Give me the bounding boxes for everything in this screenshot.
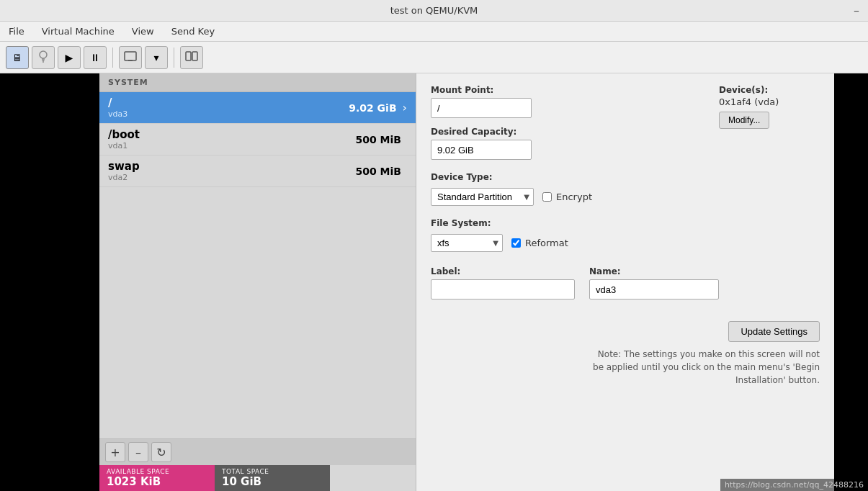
refresh-partition-button[interactable]: ↻: [151, 442, 171, 462]
partition-device-root: vda3: [108, 109, 349, 119]
partition-device-swap: vda2: [108, 173, 356, 182]
minimize-button[interactable]: –: [854, 4, 859, 17]
encrypt-checkbox[interactable]: [542, 192, 552, 202]
file-system-select[interactable]: xfs ext4 ext3 ext2 btrfs swap: [431, 234, 503, 252]
lightbulb-button[interactable]: [32, 46, 55, 69]
space-info: AVAILABLE SPACE 1023 KiB TOTAL SPACE 10 …: [99, 465, 416, 491]
reformat-label[interactable]: Reformat: [525, 238, 568, 248]
desired-capacity-input[interactable]: [431, 140, 532, 160]
partition-item-swap[interactable]: swap vda2 500 MiB: [99, 156, 416, 187]
monitor-button[interactable]: 🖥: [6, 46, 29, 69]
label-input[interactable]: [431, 279, 575, 299]
left-panel: [0, 73, 99, 491]
file-system-label: File System:: [431, 218, 491, 228]
pause-icon: ⏸: [90, 52, 100, 63]
send-button[interactable]: [180, 46, 203, 69]
partition-item-root[interactable]: / vda3 9.02 GiB ›: [99, 92, 416, 124]
send-icon: [185, 51, 198, 63]
partition-device-boot: vda1: [108, 141, 356, 150]
modify-button[interactable]: Modify...: [719, 112, 769, 129]
partition-arrow-root: ›: [403, 101, 407, 114]
partition-item-boot[interactable]: /boot vda1 500 MiB: [99, 124, 416, 156]
system-header: SYSTEM: [99, 73, 416, 92]
partition-toolbar: + – ↻: [99, 438, 416, 465]
svg-rect-1: [125, 52, 136, 60]
title-bar: test on QEMU/KVM –: [0, 0, 868, 22]
total-space-label: TOTAL SPACE: [222, 468, 323, 475]
bottom-url: https://blog.csdn.net/qq_42488216: [720, 479, 868, 491]
screen-button[interactable]: [119, 46, 142, 69]
pause-button[interactable]: ⏸: [84, 46, 107, 69]
toolbar-separator-1: [112, 48, 113, 68]
menu-send-key[interactable]: Send Key: [169, 24, 218, 38]
name-input[interactable]: [589, 279, 719, 299]
mount-point-input[interactable]: [431, 98, 532, 118]
available-space: AVAILABLE SPACE 1023 KiB: [99, 465, 215, 491]
window-title: test on QEMU/KVM: [390, 5, 478, 16]
device-type-label: Device Type:: [431, 172, 493, 182]
remove-partition-button[interactable]: –: [128, 442, 148, 462]
svg-rect-3: [186, 52, 191, 60]
toolbar: 🖥 ▶ ⏸ ▾: [0, 42, 868, 73]
monitor-icon: 🖥: [12, 52, 22, 63]
play-icon: ▶: [66, 52, 73, 63]
update-settings-button[interactable]: Update Settings: [728, 321, 820, 342]
partition-panel: SYSTEM / vda3 9.02 GiB › /boot vda1 500 …: [99, 73, 416, 491]
device-label: Device(s):: [719, 85, 820, 95]
available-space-label: AVAILABLE SPACE: [107, 468, 207, 475]
partition-mount-swap: swap: [108, 160, 356, 173]
device-type-row: Standard Partition LVM BTRFS ▼ Encrypt: [431, 188, 820, 206]
menu-file[interactable]: File: [6, 24, 27, 38]
total-space: TOTAL SPACE 10 GiB: [215, 465, 330, 491]
note-text: Note: The settings you make on this scre…: [431, 348, 820, 387]
reformat-checkbox[interactable]: [511, 238, 521, 248]
device-type-select[interactable]: Standard Partition LVM BTRFS: [431, 188, 534, 206]
add-partition-button[interactable]: +: [105, 442, 125, 462]
partition-size-boot: 500 MiB: [356, 134, 402, 145]
encrypt-label[interactable]: Encrypt: [556, 192, 592, 202]
total-space-value: 10 GiB: [222, 475, 323, 488]
label-name-row: Label: Name:: [431, 266, 820, 299]
svg-point-0: [40, 51, 47, 58]
lightbulb-icon: [38, 50, 48, 65]
play-button[interactable]: ▶: [58, 46, 81, 69]
available-space-value: 1023 KiB: [107, 475, 207, 488]
partition-size-root: 9.02 GiB: [349, 102, 396, 114]
desired-capacity-label: Desired Capacity:: [431, 127, 704, 137]
toolbar-separator-2: [174, 48, 174, 68]
settings-panel: Mount Point: Desired Capacity: Device(s)…: [416, 73, 834, 491]
partition-size-swap: 500 MiB: [356, 166, 402, 177]
name-field-label: Name:: [589, 266, 719, 276]
right-panel: [834, 73, 868, 491]
dropdown-button[interactable]: ▾: [145, 46, 168, 69]
label-field-label: Label:: [431, 266, 575, 276]
device-value: 0x1af4 (vda): [719, 96, 820, 107]
mount-point-label: Mount Point:: [431, 85, 704, 95]
file-system-row: xfs ext4 ext3 ext2 btrfs swap ▼ Reformat: [431, 234, 820, 252]
screen-icon: [124, 51, 137, 63]
partition-mount-root: /: [108, 96, 349, 109]
menu-bar: File Virtual Machine View Send Key: [0, 22, 868, 42]
dropdown-arrow-icon: ▾: [153, 52, 158, 63]
partition-mount-boot: /boot: [108, 128, 356, 141]
main-content: SYSTEM / vda3 9.02 GiB › /boot vda1 500 …: [0, 73, 868, 491]
svg-rect-4: [192, 52, 197, 60]
menu-virtual-machine[interactable]: Virtual Machine: [39, 24, 117, 38]
menu-view[interactable]: View: [129, 24, 157, 38]
